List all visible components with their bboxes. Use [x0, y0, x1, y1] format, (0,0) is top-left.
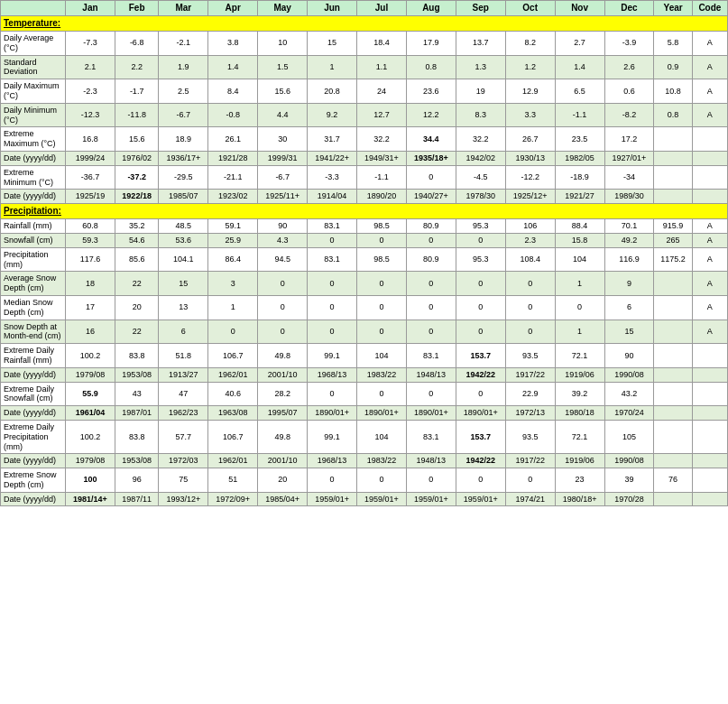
- header-code: Code: [692, 1, 727, 16]
- cell-value: 1.1: [357, 55, 407, 79]
- cell-value: 1961/04: [66, 406, 115, 421]
- cell-value: 99.1: [308, 420, 357, 453]
- cell-value: 47: [159, 382, 208, 406]
- cell-value: 35.2: [115, 219, 158, 234]
- cell-value: 1999/31: [258, 151, 308, 165]
- cell-value: 83.8: [115, 420, 158, 453]
- cell-value: -11.8: [115, 103, 158, 127]
- cell-value: 15.8: [555, 233, 604, 247]
- cell-value: 1979/08: [66, 367, 115, 382]
- cell-value: 1: [555, 272, 604, 296]
- cell-value: 30: [258, 127, 308, 152]
- cell-value: 13: [159, 295, 208, 320]
- cell-value: 1985/07: [159, 190, 208, 204]
- cell-value: 0: [308, 468, 357, 493]
- cell-value: [654, 320, 692, 344]
- cell-value: 23.6: [406, 79, 456, 104]
- cell-value: 108.4: [505, 247, 555, 272]
- cell-value: 1890/01+: [456, 406, 505, 421]
- cell-value: 90: [258, 219, 308, 234]
- cell-value: 51.8: [159, 344, 208, 368]
- cell-value: 12.2: [406, 103, 456, 127]
- table-row: Date (yyyy/dd)1999/241976/021936/17+1921…: [1, 151, 728, 165]
- cell-value: 83.1: [406, 420, 456, 453]
- cell-value: [654, 406, 692, 421]
- cell-value: 100.2: [66, 344, 115, 368]
- cell-value: 10: [258, 32, 308, 56]
- cell-value: 94.5: [258, 247, 308, 272]
- section-header: Precipitation:: [1, 204, 728, 219]
- cell-value: 104: [555, 247, 604, 272]
- row-label: Average Snow Depth (cm): [1, 272, 66, 296]
- cell-value: 22: [115, 320, 158, 344]
- cell-value: 1913/27: [159, 367, 208, 382]
- cell-value: 22.9: [505, 382, 555, 406]
- cell-value: 1941/22+: [308, 151, 357, 165]
- cell-value: 0: [456, 382, 505, 406]
- table-row: Date (yyyy/dd)1979/081953/081913/271962/…: [1, 367, 728, 382]
- cell-value: 0: [555, 295, 604, 320]
- cell-value: 99.1: [308, 344, 357, 368]
- cell-value: 3.3: [505, 103, 555, 127]
- cell-value: 1: [208, 295, 258, 320]
- cell-value: -21.1: [208, 165, 258, 190]
- table-row: Average Snow Depth (cm)182215300000019A: [1, 272, 728, 296]
- cell-value: 96: [115, 468, 158, 493]
- cell-value: 20.8: [308, 79, 357, 104]
- cell-value: 16.8: [66, 127, 115, 152]
- cell-value: 153.7: [456, 420, 505, 453]
- cell-value: 1940/27+: [406, 190, 456, 204]
- cell-value: 75: [159, 468, 208, 493]
- cell-value: 104: [357, 344, 407, 368]
- cell-value: 12.9: [505, 79, 555, 104]
- row-label: Snowfall (cm): [1, 233, 66, 247]
- cell-value: 1921/28: [208, 151, 258, 165]
- cell-value: -1.1: [357, 165, 407, 190]
- cell-value: 49.8: [258, 420, 308, 453]
- cell-value: [692, 165, 727, 190]
- cell-value: 59.1: [208, 219, 258, 234]
- table-row: Date (yyyy/dd)1981/14+1987/111993/12+197…: [1, 492, 728, 506]
- cell-value: 13.7: [456, 32, 505, 56]
- cell-value: -12.2: [505, 165, 555, 190]
- cell-value: -8.2: [604, 103, 654, 127]
- cell-value: 0: [357, 468, 407, 493]
- cell-value: 1970/28: [604, 492, 654, 506]
- cell-value: 1919/06: [555, 367, 604, 382]
- cell-value: 1972/09+: [208, 492, 258, 506]
- cell-value: 0: [357, 382, 407, 406]
- cell-value: -3.9: [604, 32, 654, 56]
- row-label: Extreme Minimum (°C): [1, 165, 66, 190]
- cell-value: 1917/22: [505, 367, 555, 382]
- cell-value: 86.4: [208, 247, 258, 272]
- cell-value: 1959/01+: [308, 492, 357, 506]
- cell-value: 1: [555, 320, 604, 344]
- cell-value: 2.3: [505, 233, 555, 247]
- cell-value: 1936/17+: [159, 151, 208, 165]
- cell-value: 0: [406, 320, 456, 344]
- row-label: Date (yyyy/dd): [1, 454, 66, 468]
- header-mar: Mar: [159, 1, 208, 16]
- table-row: Rainfall (mm)60.835.248.559.19083.198.58…: [1, 219, 728, 234]
- cell-value: A: [692, 247, 727, 272]
- cell-value: 6: [159, 320, 208, 344]
- cell-value: 0: [308, 320, 357, 344]
- cell-value: 5.8: [654, 32, 692, 56]
- cell-value: 6: [604, 295, 654, 320]
- cell-value: 15: [308, 32, 357, 56]
- cell-value: 1974/21: [505, 492, 555, 506]
- cell-value: 0: [357, 320, 407, 344]
- table-row: Daily Average (°C)-7.3-6.8-2.13.8101518.…: [1, 32, 728, 56]
- cell-value: 1919/06: [555, 454, 604, 468]
- cell-value: [692, 492, 727, 506]
- cell-value: 0.8: [406, 55, 456, 79]
- cell-value: [692, 382, 727, 406]
- row-label: Standard Deviation: [1, 55, 66, 79]
- table-row: Median Snow Depth (cm)172013100000006A: [1, 295, 728, 320]
- cell-value: 1935/18+: [406, 151, 456, 165]
- cell-value: [654, 151, 692, 165]
- cell-value: 1962/01: [208, 367, 258, 382]
- cell-value: [654, 295, 692, 320]
- cell-value: 1953/08: [115, 454, 158, 468]
- cell-value: 17: [66, 295, 115, 320]
